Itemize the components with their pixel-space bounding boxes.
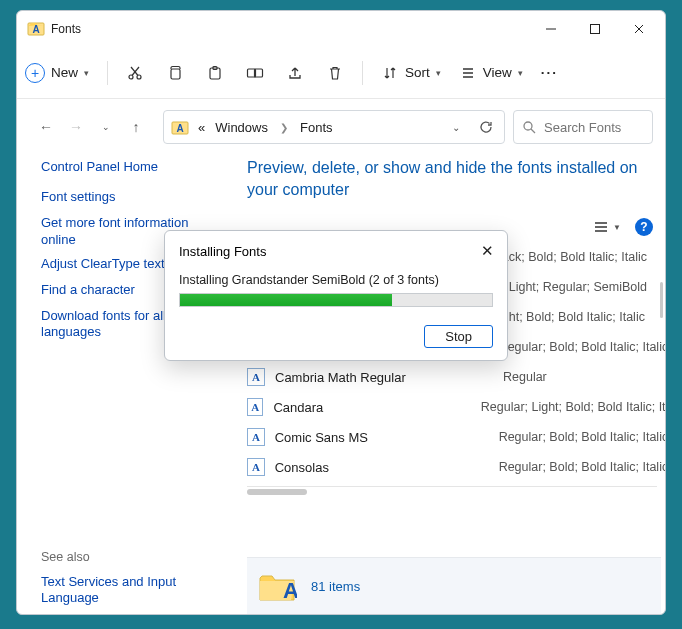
- scrollbar-horizontal[interactable]: [247, 486, 657, 496]
- more-button[interactable]: ···: [541, 65, 558, 80]
- installing-fonts-dialog: Installing Fonts ✕ Installing Grandstand…: [164, 230, 508, 361]
- view-button[interactable]: View ▾: [459, 64, 523, 82]
- new-button[interactable]: + New ▾: [25, 63, 89, 83]
- breadcrumb[interactable]: Fonts: [298, 120, 335, 135]
- chevron-down-icon: ▾: [84, 68, 89, 78]
- font-styles: Regular; Bold; Bold Italic; Italic: [499, 340, 665, 354]
- sidebar-link[interactable]: Text Services and Input Language: [41, 568, 219, 608]
- maximize-button[interactable]: [573, 14, 617, 44]
- search-icon: [522, 120, 536, 134]
- font-styles: Regular; Bold; Bold Italic; Italic: [499, 460, 665, 474]
- font-styles: ight; Bold; Bold Italic; Italic: [499, 310, 645, 324]
- stop-button[interactable]: Stop: [424, 325, 493, 348]
- app-icon: A: [27, 20, 45, 38]
- chevron-down-icon: ▾: [518, 68, 523, 78]
- back-button[interactable]: ←: [35, 116, 57, 138]
- scrollbar-vertical[interactable]: [660, 282, 663, 318]
- status-bar: A 81 items: [247, 557, 661, 614]
- font-styles: Regular; Light; Bold; Bold Italic; Itali…: [481, 400, 665, 414]
- share-icon[interactable]: [286, 64, 304, 82]
- recent-dropdown[interactable]: ⌄: [95, 116, 117, 138]
- layout-dropdown[interactable]: ▼: [593, 220, 621, 234]
- page-heading: Preview, delete, or show and hide the fo…: [247, 157, 665, 212]
- location-icon: A: [170, 117, 190, 137]
- font-name: Cambria Math Regular: [275, 370, 493, 385]
- chevron-down-icon: ▾: [436, 68, 441, 78]
- svg-text:A: A: [32, 24, 39, 35]
- chevron-right-icon: ❯: [276, 122, 292, 133]
- address-dropdown[interactable]: ⌄: [444, 122, 468, 133]
- font-icon: A: [247, 458, 265, 476]
- up-button[interactable]: ↑: [125, 116, 147, 138]
- titlebar: A Fonts: [17, 11, 665, 47]
- font-icon: A: [247, 398, 263, 416]
- svg-line-9: [131, 67, 138, 76]
- see-also-label: See also: [41, 544, 219, 568]
- breadcrumb[interactable]: Windows: [213, 120, 270, 135]
- dialog-title: Installing Fonts: [179, 244, 477, 259]
- svg-text:A: A: [283, 578, 297, 603]
- plus-icon: +: [25, 63, 45, 83]
- font-styles: Regular; Bold; Bold Italic; Italic: [499, 430, 665, 444]
- refresh-button[interactable]: [474, 120, 498, 134]
- progress-bar: [179, 293, 493, 307]
- svg-line-21: [531, 129, 535, 133]
- view-icon: [459, 64, 477, 82]
- sort-button[interactable]: Sort ▾: [381, 64, 441, 82]
- paste-icon[interactable]: [206, 64, 224, 82]
- font-name: Candara: [273, 400, 470, 415]
- close-button[interactable]: [617, 14, 661, 44]
- copy-icon[interactable]: [166, 64, 184, 82]
- font-styles: lack; Bold; Bold Italic; Italic: [499, 250, 647, 264]
- font-name: Consolas: [275, 460, 489, 475]
- delete-icon[interactable]: [326, 64, 344, 82]
- font-row[interactable]: ACambria Math RegularRegular: [247, 362, 665, 392]
- font-row[interactable]: ACandaraRegular; Light; Bold; Bold Itali…: [247, 392, 665, 422]
- font-styles: Regular: [503, 370, 547, 384]
- font-styles: niLight; Regular; SemiBold: [499, 280, 647, 294]
- cut-icon[interactable]: [126, 64, 144, 82]
- help-icon[interactable]: ?: [635, 218, 653, 236]
- folder-fonts-icon: A: [257, 566, 297, 606]
- font-row[interactable]: AConsolasRegular; Bold; Bold Italic; Ita…: [247, 452, 665, 482]
- forward-button[interactable]: →: [65, 116, 87, 138]
- sidebar: Control Panel Home Font settings Get mor…: [17, 155, 219, 614]
- search-box[interactable]: [513, 110, 653, 144]
- minimize-button[interactable]: [529, 14, 573, 44]
- nav-row: ← → ⌄ ↑ A « Windows ❯ Fonts ⌄: [17, 99, 665, 155]
- window-title: Fonts: [51, 22, 529, 36]
- svg-rect-3: [591, 25, 600, 34]
- svg-text:A: A: [176, 123, 183, 134]
- svg-line-8: [132, 67, 139, 76]
- dialog-close-button[interactable]: ✕: [477, 241, 497, 261]
- font-icon: A: [247, 428, 265, 446]
- font-icon: A: [247, 368, 265, 386]
- sidebar-link[interactable]: Font settings: [41, 183, 219, 209]
- svg-point-20: [524, 122, 532, 130]
- main-pane: Preview, delete, or show and hide the fo…: [219, 155, 665, 614]
- command-bar: + New ▾ Sort ▾ View ▾ ···: [17, 47, 665, 99]
- address-bar[interactable]: A « Windows ❯ Fonts ⌄: [163, 110, 505, 144]
- dialog-message: Installing Grandstander SemiBold (2 of 3…: [179, 273, 493, 293]
- item-count: 81 items: [311, 579, 360, 594]
- sort-icon: [381, 64, 399, 82]
- rename-icon[interactable]: [246, 64, 264, 82]
- font-row[interactable]: AComic Sans MSRegular; Bold; Bold Italic…: [247, 422, 665, 452]
- control-panel-home-link[interactable]: Control Panel Home: [41, 159, 219, 183]
- svg-rect-10: [171, 69, 180, 79]
- search-input[interactable]: [544, 120, 644, 135]
- font-name: Comic Sans MS: [275, 430, 489, 445]
